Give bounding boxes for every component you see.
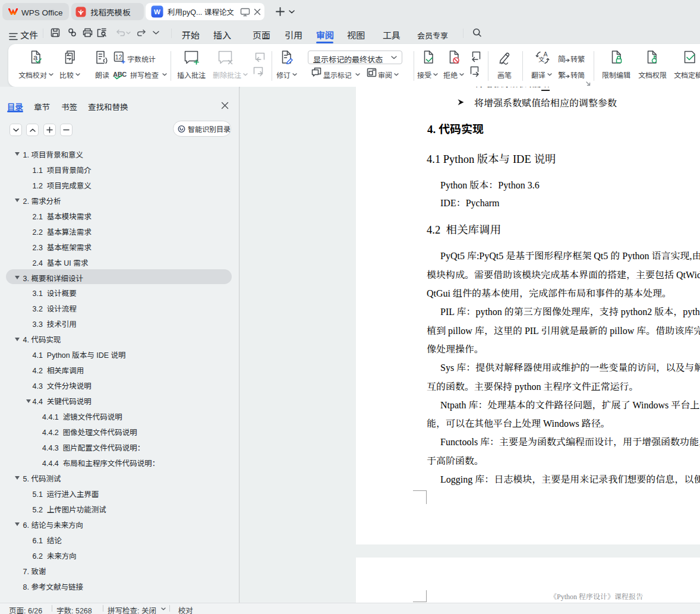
svg-text:a: a [33,53,38,62]
svg-text:A: A [544,51,548,58]
svg-text:12: 12 [115,53,122,61]
svg-text:W: W [154,8,160,15]
